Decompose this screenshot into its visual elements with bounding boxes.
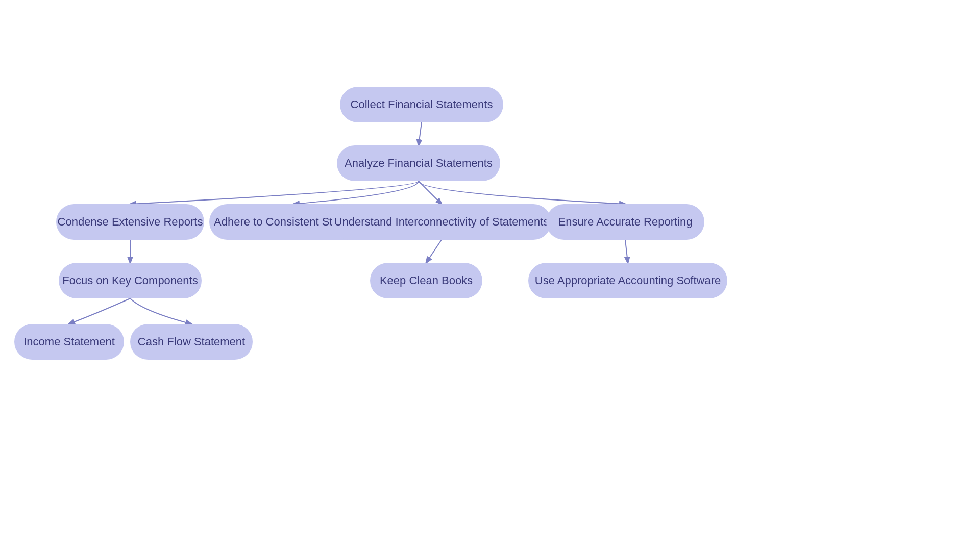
node-ensure: Ensure Accurate Reporting xyxy=(546,204,704,240)
node-focus: Focus on Key Components xyxy=(59,263,202,298)
node-analyze: Analyze Financial Statements xyxy=(337,145,500,181)
node-income: Income Statement xyxy=(14,324,124,360)
svg-line-3 xyxy=(426,240,442,263)
node-accounting-software: Use Appropriate Accounting Software xyxy=(528,263,727,298)
svg-line-4 xyxy=(625,240,628,263)
svg-line-0 xyxy=(419,122,422,145)
node-collect: Collect Financial Statements xyxy=(340,87,503,122)
node-cashflow: Cash Flow Statement xyxy=(130,324,253,360)
svg-line-1 xyxy=(419,181,442,204)
node-clean-books: Keep Clean Books xyxy=(370,263,482,298)
node-condense: Condense Extensive Reports xyxy=(56,204,204,240)
diagram-container: Collect Financial Statements Analyze Fin… xyxy=(0,0,980,551)
node-understand: Understand Interconnectivity of Statemen… xyxy=(332,204,551,240)
